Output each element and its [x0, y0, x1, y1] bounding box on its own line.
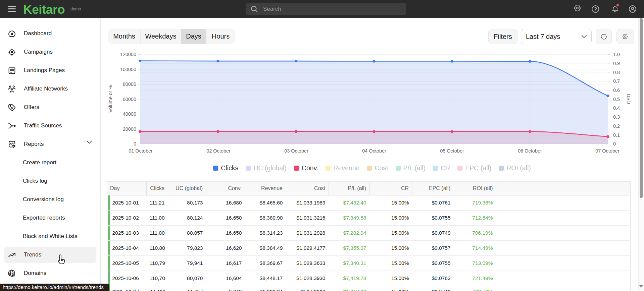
- svg-text:0.5: 0.5: [613, 97, 620, 102]
- svg-text:06 October: 06 October: [518, 148, 542, 154]
- svg-text:0.6: 0.6: [613, 88, 620, 93]
- svg-text:04 October: 04 October: [362, 148, 386, 154]
- svg-text:01 October: 01 October: [129, 148, 153, 154]
- svg-text:20000: 20000: [123, 126, 136, 132]
- svg-text:s: s: [11, 105, 13, 109]
- svg-text:Volume or %: Volume or %: [108, 85, 113, 113]
- svg-text:100000: 100000: [120, 67, 136, 72]
- svg-text:40000: 40000: [123, 111, 136, 117]
- svg-text:0.2: 0.2: [613, 123, 620, 129]
- svg-text:120000: 120000: [120, 52, 136, 57]
- svg-text:1.0: 1.0: [613, 52, 620, 57]
- svg-text:0.3: 0.3: [613, 114, 620, 120]
- svg-text:0.9: 0.9: [613, 61, 620, 66]
- svg-text:0: 0: [134, 141, 136, 147]
- svg-text:0.4: 0.4: [613, 105, 620, 111]
- svg-text:0.7: 0.7: [613, 78, 620, 84]
- svg-text:07 October: 07 October: [595, 148, 620, 154]
- svg-text:USD: USD: [626, 94, 631, 104]
- svg-text:05 October: 05 October: [440, 148, 464, 154]
- svg-text:0: 0: [613, 141, 616, 147]
- svg-text:0.8: 0.8: [613, 70, 620, 75]
- svg-text:80000: 80000: [123, 81, 136, 87]
- svg-text:0.1: 0.1: [613, 132, 620, 138]
- svg-text:02 October: 02 October: [206, 148, 231, 154]
- svg-text:60000: 60000: [123, 97, 136, 102]
- svg-text:03 October: 03 October: [284, 148, 308, 154]
